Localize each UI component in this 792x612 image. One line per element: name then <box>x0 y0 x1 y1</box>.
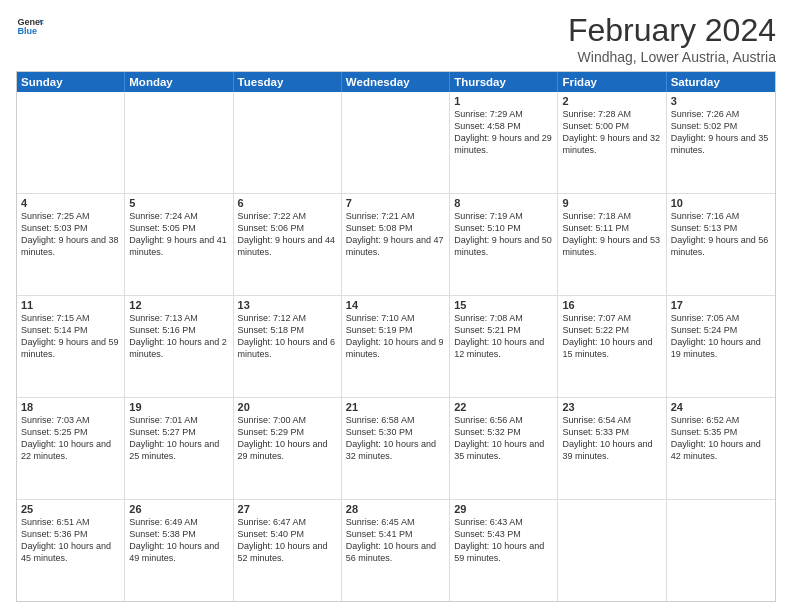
cal-cell-4-3: 28Sunrise: 6:45 AMSunset: 5:41 PMDayligh… <box>342 500 450 601</box>
day-info: Sunrise: 6:56 AMSunset: 5:32 PMDaylight:… <box>454 414 553 463</box>
week-row-3: 11Sunrise: 7:15 AMSunset: 5:14 PMDayligh… <box>17 296 775 398</box>
day-number: 6 <box>238 197 337 209</box>
cal-cell-4-2: 27Sunrise: 6:47 AMSunset: 5:40 PMDayligh… <box>234 500 342 601</box>
day-info: Sunrise: 7:18 AMSunset: 5:11 PMDaylight:… <box>562 210 661 259</box>
cal-cell-0-0 <box>17 92 125 193</box>
cal-cell-4-6 <box>667 500 775 601</box>
day-number: 12 <box>129 299 228 311</box>
day-number: 22 <box>454 401 553 413</box>
day-info: Sunrise: 7:08 AMSunset: 5:21 PMDaylight:… <box>454 312 553 361</box>
cal-cell-3-0: 18Sunrise: 7:03 AMSunset: 5:25 PMDayligh… <box>17 398 125 499</box>
cal-cell-3-1: 19Sunrise: 7:01 AMSunset: 5:27 PMDayligh… <box>125 398 233 499</box>
cal-cell-1-3: 7Sunrise: 7:21 AMSunset: 5:08 PMDaylight… <box>342 194 450 295</box>
day-number: 9 <box>562 197 661 209</box>
day-info: Sunrise: 7:29 AMSunset: 4:58 PMDaylight:… <box>454 108 553 157</box>
day-number: 23 <box>562 401 661 413</box>
day-number: 4 <box>21 197 120 209</box>
cal-cell-0-6: 3Sunrise: 7:26 AMSunset: 5:02 PMDaylight… <box>667 92 775 193</box>
weekday-friday: Friday <box>558 72 666 92</box>
day-number: 27 <box>238 503 337 515</box>
week-row-2: 4Sunrise: 7:25 AMSunset: 5:03 PMDaylight… <box>17 194 775 296</box>
day-number: 28 <box>346 503 445 515</box>
day-info: Sunrise: 7:19 AMSunset: 5:10 PMDaylight:… <box>454 210 553 259</box>
weekday-sunday: Sunday <box>17 72 125 92</box>
day-info: Sunrise: 7:26 AMSunset: 5:02 PMDaylight:… <box>671 108 771 157</box>
logo: General Blue <box>16 12 44 40</box>
day-number: 10 <box>671 197 771 209</box>
day-number: 16 <box>562 299 661 311</box>
cal-cell-3-2: 20Sunrise: 7:00 AMSunset: 5:29 PMDayligh… <box>234 398 342 499</box>
day-info: Sunrise: 7:10 AMSunset: 5:19 PMDaylight:… <box>346 312 445 361</box>
page: General Blue February 2024 Windhag, Lowe… <box>0 0 792 612</box>
day-number: 25 <box>21 503 120 515</box>
cal-cell-1-4: 8Sunrise: 7:19 AMSunset: 5:10 PMDaylight… <box>450 194 558 295</box>
cal-cell-0-2 <box>234 92 342 193</box>
day-info: Sunrise: 7:28 AMSunset: 5:00 PMDaylight:… <box>562 108 661 157</box>
cal-cell-1-2: 6Sunrise: 7:22 AMSunset: 5:06 PMDaylight… <box>234 194 342 295</box>
cal-cell-2-6: 17Sunrise: 7:05 AMSunset: 5:24 PMDayligh… <box>667 296 775 397</box>
cal-cell-3-3: 21Sunrise: 6:58 AMSunset: 5:30 PMDayligh… <box>342 398 450 499</box>
day-number: 20 <box>238 401 337 413</box>
cal-cell-0-5: 2Sunrise: 7:28 AMSunset: 5:00 PMDaylight… <box>558 92 666 193</box>
cal-cell-0-3 <box>342 92 450 193</box>
cal-cell-3-6: 24Sunrise: 6:52 AMSunset: 5:35 PMDayligh… <box>667 398 775 499</box>
weekday-tuesday: Tuesday <box>234 72 342 92</box>
weekday-thursday: Thursday <box>450 72 558 92</box>
day-number: 8 <box>454 197 553 209</box>
day-number: 21 <box>346 401 445 413</box>
weekday-monday: Monday <box>125 72 233 92</box>
day-number: 13 <box>238 299 337 311</box>
day-number: 14 <box>346 299 445 311</box>
day-info: Sunrise: 7:03 AMSunset: 5:25 PMDaylight:… <box>21 414 120 463</box>
day-info: Sunrise: 7:16 AMSunset: 5:13 PMDaylight:… <box>671 210 771 259</box>
day-info: Sunrise: 6:54 AMSunset: 5:33 PMDaylight:… <box>562 414 661 463</box>
calendar-body: 1Sunrise: 7:29 AMSunset: 4:58 PMDaylight… <box>17 92 775 601</box>
day-info: Sunrise: 7:25 AMSunset: 5:03 PMDaylight:… <box>21 210 120 259</box>
day-info: Sunrise: 7:15 AMSunset: 5:14 PMDaylight:… <box>21 312 120 361</box>
cal-cell-1-5: 9Sunrise: 7:18 AMSunset: 5:11 PMDaylight… <box>558 194 666 295</box>
cal-cell-4-5 <box>558 500 666 601</box>
cal-cell-2-0: 11Sunrise: 7:15 AMSunset: 5:14 PMDayligh… <box>17 296 125 397</box>
cal-cell-3-5: 23Sunrise: 6:54 AMSunset: 5:33 PMDayligh… <box>558 398 666 499</box>
day-info: Sunrise: 6:45 AMSunset: 5:41 PMDaylight:… <box>346 516 445 565</box>
day-number: 1 <box>454 95 553 107</box>
day-info: Sunrise: 7:22 AMSunset: 5:06 PMDaylight:… <box>238 210 337 259</box>
day-info: Sunrise: 7:24 AMSunset: 5:05 PMDaylight:… <box>129 210 228 259</box>
day-info: Sunrise: 7:05 AMSunset: 5:24 PMDaylight:… <box>671 312 771 361</box>
day-info: Sunrise: 6:49 AMSunset: 5:38 PMDaylight:… <box>129 516 228 565</box>
day-info: Sunrise: 6:52 AMSunset: 5:35 PMDaylight:… <box>671 414 771 463</box>
calendar: Sunday Monday Tuesday Wednesday Thursday… <box>16 71 776 602</box>
day-number: 26 <box>129 503 228 515</box>
day-info: Sunrise: 6:58 AMSunset: 5:30 PMDaylight:… <box>346 414 445 463</box>
day-number: 11 <box>21 299 120 311</box>
cal-cell-2-5: 16Sunrise: 7:07 AMSunset: 5:22 PMDayligh… <box>558 296 666 397</box>
cal-cell-3-4: 22Sunrise: 6:56 AMSunset: 5:32 PMDayligh… <box>450 398 558 499</box>
day-info: Sunrise: 7:13 AMSunset: 5:16 PMDaylight:… <box>129 312 228 361</box>
cal-cell-2-2: 13Sunrise: 7:12 AMSunset: 5:18 PMDayligh… <box>234 296 342 397</box>
day-info: Sunrise: 7:12 AMSunset: 5:18 PMDaylight:… <box>238 312 337 361</box>
day-number: 7 <box>346 197 445 209</box>
day-info: Sunrise: 7:21 AMSunset: 5:08 PMDaylight:… <box>346 210 445 259</box>
day-number: 5 <box>129 197 228 209</box>
cal-cell-2-4: 15Sunrise: 7:08 AMSunset: 5:21 PMDayligh… <box>450 296 558 397</box>
day-number: 17 <box>671 299 771 311</box>
day-info: Sunrise: 6:47 AMSunset: 5:40 PMDaylight:… <box>238 516 337 565</box>
calendar-header: Sunday Monday Tuesday Wednesday Thursday… <box>17 72 775 92</box>
cal-cell-1-1: 5Sunrise: 7:24 AMSunset: 5:05 PMDaylight… <box>125 194 233 295</box>
cal-cell-4-4: 29Sunrise: 6:43 AMSunset: 5:43 PMDayligh… <box>450 500 558 601</box>
logo-icon: General Blue <box>16 12 44 40</box>
title-block: February 2024 Windhag, Lower Austria, Au… <box>568 12 776 65</box>
day-info: Sunrise: 7:00 AMSunset: 5:29 PMDaylight:… <box>238 414 337 463</box>
day-info: Sunrise: 6:51 AMSunset: 5:36 PMDaylight:… <box>21 516 120 565</box>
day-number: 15 <box>454 299 553 311</box>
week-row-5: 25Sunrise: 6:51 AMSunset: 5:36 PMDayligh… <box>17 500 775 601</box>
weekday-wednesday: Wednesday <box>342 72 450 92</box>
day-info: Sunrise: 7:01 AMSunset: 5:27 PMDaylight:… <box>129 414 228 463</box>
cal-cell-2-1: 12Sunrise: 7:13 AMSunset: 5:16 PMDayligh… <box>125 296 233 397</box>
day-info: Sunrise: 6:43 AMSunset: 5:43 PMDaylight:… <box>454 516 553 565</box>
day-info: Sunrise: 7:07 AMSunset: 5:22 PMDaylight:… <box>562 312 661 361</box>
day-number: 18 <box>21 401 120 413</box>
cal-cell-2-3: 14Sunrise: 7:10 AMSunset: 5:19 PMDayligh… <box>342 296 450 397</box>
day-number: 29 <box>454 503 553 515</box>
header: General Blue February 2024 Windhag, Lowe… <box>16 12 776 65</box>
